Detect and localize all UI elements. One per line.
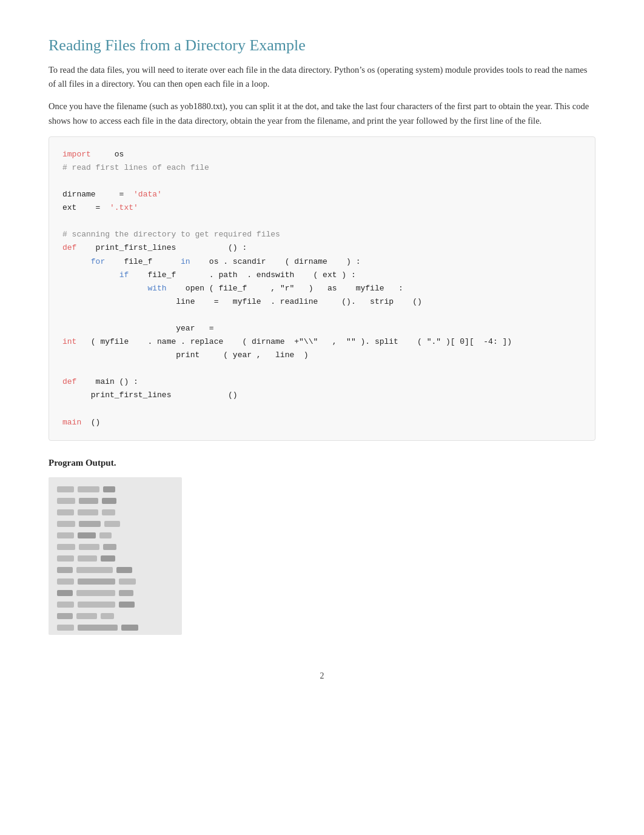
code-block: import os # read first lines of each fil… bbox=[49, 136, 595, 441]
page-title: Reading Files from a Directory Example bbox=[49, 36, 595, 55]
program-output-label: Program Output. bbox=[49, 455, 595, 470]
program-output-image bbox=[49, 477, 182, 635]
paragraph-2: Once you have the filename (such as yob1… bbox=[49, 99, 595, 127]
paragraph-1: To read the data files, you will need to… bbox=[49, 63, 595, 91]
page-number: 2 bbox=[49, 671, 595, 681]
